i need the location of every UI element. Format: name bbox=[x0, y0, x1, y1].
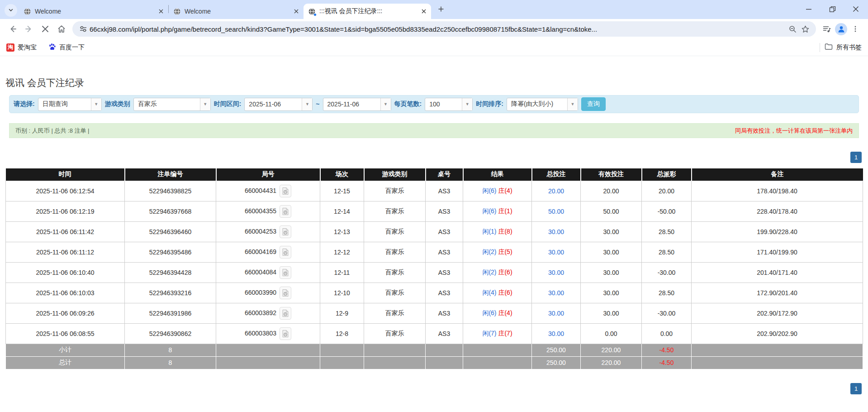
remark-cell: 202.90/172.90 bbox=[692, 303, 863, 323]
video-replay-icon[interactable] bbox=[280, 287, 291, 299]
page-number-button[interactable]: 1 bbox=[850, 152, 862, 163]
close-icon[interactable] bbox=[420, 8, 427, 15]
video-replay-icon[interactable] bbox=[280, 225, 291, 238]
total-bet-cell[interactable]: 30.00 bbox=[532, 323, 581, 344]
page-title: 视讯 会员下注纪录 bbox=[5, 76, 863, 90]
table-header-row: 时间注单编号局号场次游戏类别桌号结果总投注有效投注总派彩备注 bbox=[6, 168, 863, 181]
table-id-cell: AS3 bbox=[426, 262, 463, 283]
profile-avatar[interactable] bbox=[835, 23, 847, 35]
stop-loading-button[interactable] bbox=[37, 21, 53, 37]
valid-bet-note: 同局有效投注，统一计算在该局第一张注单内 bbox=[735, 127, 853, 135]
round-number: 660003990 bbox=[245, 288, 276, 296]
video-replay-icon[interactable] bbox=[280, 307, 291, 320]
tab-search-button[interactable] bbox=[5, 4, 17, 17]
column-header: 场次 bbox=[320, 168, 364, 181]
media-controls-icon[interactable] bbox=[819, 21, 835, 37]
kebab-menu-icon[interactable] bbox=[847, 21, 863, 37]
total-bet-link[interactable]: 30.00 bbox=[548, 249, 564, 256]
close-icon[interactable] bbox=[157, 8, 165, 15]
result-banker: 庄(8) bbox=[498, 228, 512, 235]
page-size-select[interactable]: 100 ▼ bbox=[425, 98, 473, 111]
total-bet-link[interactable]: 20.00 bbox=[548, 187, 564, 195]
total-bet-cell[interactable]: 30.00 bbox=[532, 262, 581, 283]
date-from-picker[interactable]: 2025-11-06 ▼ bbox=[244, 98, 313, 111]
bookmark-baidu[interactable]: 百度一下 bbox=[48, 43, 85, 52]
total-bet-cell[interactable]: 30.00 bbox=[532, 303, 581, 323]
total-bet-link[interactable]: 30.00 bbox=[548, 289, 564, 297]
page-number-button[interactable]: 1 bbox=[850, 383, 862, 394]
summary-empty-cell bbox=[463, 356, 532, 369]
game-type-cell: 百家乐 bbox=[364, 201, 426, 221]
bet-id-cell: 522946393216 bbox=[125, 283, 216, 303]
round-cell: 660004253 bbox=[216, 221, 320, 242]
total-bet-link[interactable]: 30.00 bbox=[548, 310, 564, 317]
column-header: 总投注 bbox=[532, 168, 581, 181]
total-bet-link[interactable]: 30.00 bbox=[548, 330, 564, 337]
remark-cell: 202.90/202.90 bbox=[692, 323, 863, 344]
total-bet-cell[interactable]: 30.00 bbox=[532, 221, 581, 242]
folder-icon bbox=[825, 43, 833, 52]
all-bookmarks-button[interactable]: 所有书签 bbox=[825, 43, 862, 52]
game-type-cell: 百家乐 bbox=[364, 303, 426, 323]
total-bet-cell[interactable]: 50.00 bbox=[532, 201, 581, 221]
url-bar[interactable]: 66cxkj98.com/ipl/portal.php/game/betreco… bbox=[72, 21, 816, 37]
video-replay-icon[interactable] bbox=[280, 327, 291, 340]
round-cell: 660004355 bbox=[216, 201, 320, 221]
back-button[interactable] bbox=[5, 21, 21, 37]
close-window-icon[interactable] bbox=[852, 5, 860, 13]
forward-button[interactable] bbox=[21, 21, 37, 37]
time-cell: 2025-11-06 06:11:12 bbox=[6, 242, 125, 262]
remark-cell: 199.90/228.40 bbox=[692, 221, 863, 242]
summary-empty-cell bbox=[216, 356, 320, 369]
query-mode-select[interactable]: 日期查询 ▼ bbox=[38, 98, 102, 111]
tab-title: Welcome bbox=[185, 8, 289, 15]
total-bet-link[interactable]: 30.00 bbox=[548, 269, 564, 276]
date-to-value: 2025-11-06 bbox=[323, 98, 380, 110]
home-button[interactable] bbox=[53, 21, 70, 37]
time-cell: 2025-11-06 06:12:19 bbox=[6, 201, 125, 221]
date-to-picker[interactable]: 2025-11-06 ▼ bbox=[323, 98, 391, 111]
summary-total-bet: 250.00 bbox=[532, 356, 581, 369]
total-bet-cell[interactable]: 30.00 bbox=[532, 242, 581, 262]
dropdown-arrow-icon[interactable]: ▼ bbox=[91, 98, 101, 110]
taobao-favicon: 淘 bbox=[6, 43, 14, 52]
minimize-icon[interactable] bbox=[805, 5, 813, 13]
video-replay-icon[interactable] bbox=[280, 266, 291, 279]
page-content: 视讯 会员下注纪录 请选择: 日期查询 ▼ 游戏类别 百家乐 ▼ 时间区间: 2… bbox=[0, 76, 868, 394]
dropdown-arrow-icon[interactable]: ▼ bbox=[200, 98, 210, 110]
total-bet-cell[interactable]: 30.00 bbox=[532, 283, 581, 303]
tab-betrecord-active[interactable]: :::视讯 会员下注纪录::: bbox=[304, 4, 431, 19]
bookmark-star-icon[interactable] bbox=[799, 23, 811, 35]
sort-select[interactable]: 降幂(由大到小) ▼ bbox=[507, 98, 578, 111]
url-text[interactable]: 66cxkj98.com/ipl/portal.php/game/betreco… bbox=[90, 25, 786, 33]
new-tab-button[interactable] bbox=[435, 4, 447, 16]
total-bet-link[interactable]: 50.00 bbox=[548, 208, 564, 215]
video-replay-icon[interactable] bbox=[280, 185, 291, 197]
restore-icon[interactable] bbox=[828, 5, 836, 13]
tab-welcome-2[interactable]: Welcome bbox=[169, 4, 304, 19]
valid-bet-cell: 30.00 bbox=[581, 221, 642, 242]
video-replay-icon[interactable] bbox=[280, 246, 291, 259]
zoom-out-icon[interactable] bbox=[786, 23, 799, 35]
close-icon[interactable] bbox=[292, 8, 300, 15]
bookmark-taobao[interactable]: 淘 爱淘宝 bbox=[6, 43, 37, 52]
total-bet-cell[interactable]: 20.00 bbox=[532, 181, 581, 201]
dropdown-arrow-icon[interactable]: ▼ bbox=[302, 98, 312, 110]
dropdown-arrow-icon[interactable]: ▼ bbox=[567, 98, 578, 110]
site-info-icon[interactable] bbox=[77, 23, 90, 35]
video-replay-icon[interactable] bbox=[280, 205, 291, 218]
dropdown-arrow-icon[interactable]: ▼ bbox=[462, 98, 472, 110]
bet-id-cell: 522946391986 bbox=[125, 303, 216, 323]
payout-cell: 28.50 bbox=[642, 221, 692, 242]
dropdown-arrow-icon[interactable]: ▼ bbox=[380, 98, 391, 110]
session-cell: 12-14 bbox=[320, 201, 364, 221]
result-banker: 庄(5) bbox=[498, 248, 512, 255]
game-type-select[interactable]: 百家乐 ▼ bbox=[133, 98, 211, 111]
result-player: 闲(4) bbox=[482, 289, 496, 296]
search-button[interactable]: 查询 bbox=[581, 97, 606, 111]
column-header: 时间 bbox=[6, 168, 125, 181]
tab-welcome-1[interactable]: Welcome bbox=[19, 4, 168, 19]
summary-count: 8 bbox=[125, 344, 216, 356]
table-id-cell: AS3 bbox=[426, 323, 463, 344]
total-bet-link[interactable]: 30.00 bbox=[548, 228, 564, 235]
